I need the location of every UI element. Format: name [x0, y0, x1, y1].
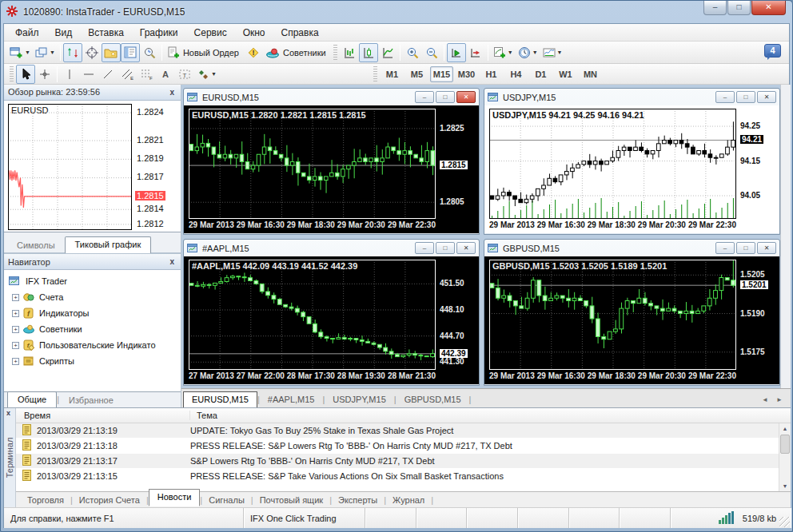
terminal-tab-5[interactable]: Эксперты: [332, 494, 384, 506]
menu-item-2[interactable]: Вставка: [80, 25, 132, 41]
navigator-item-2[interactable]: +Советники: [6, 321, 179, 337]
chart-window-gbpusdm15[interactable]: GBPUSD,M15–□✕GBPUSD,M15 1.5203 1.5205 1.…: [484, 239, 780, 386]
chart-tab-1[interactable]: #AAPL,M15: [260, 392, 323, 407]
news-row[interactable]: 2013/03/29 21:13:18PRESS RELEASE: S&P Lo…: [16, 439, 779, 454]
dropdown-arrow-icon[interactable]: ▼: [532, 50, 538, 55]
timeframe-mn-button[interactable]: MN: [579, 66, 602, 82]
expand-icon[interactable]: +: [12, 310, 19, 317]
market-watch-tab-1[interactable]: Тиковый график: [65, 236, 152, 253]
trendline-tool-button[interactable]: [98, 65, 118, 84]
resize-grip[interactable]: [779, 517, 790, 527]
bar-chart-button[interactable]: [340, 43, 359, 62]
news-row[interactable]: 2013/03/29 21:13:15PRESS RELEASE: S&P Ta…: [16, 469, 779, 484]
scroll-thumb[interactable]: [780, 435, 790, 454]
expand-icon[interactable]: +: [12, 342, 19, 349]
text-tool-button[interactable]: A: [156, 65, 175, 84]
navigator-item-3[interactable]: +fПользовательские Индикато: [6, 337, 179, 353]
line-chart-button[interactable]: [378, 43, 397, 62]
terminal-tab-6[interactable]: Журнал: [386, 494, 431, 506]
chart-close-button[interactable]: ✕: [757, 91, 776, 103]
timeframe-h1-button[interactable]: H1: [480, 66, 503, 82]
navigator-tab-0[interactable]: Общие: [7, 391, 57, 408]
navigator-tab-1[interactable]: Избранное: [59, 393, 123, 407]
restore-button[interactable]: □: [727, 1, 751, 15]
chart-minimize-button[interactable]: –: [415, 242, 434, 254]
new-chart-button[interactable]: ▼: [7, 43, 33, 62]
chart-window-usdjpym15[interactable]: USDJPY,M15–□✕USDJPY,M15 94.21 94.25 94.1…: [484, 88, 780, 235]
close-button[interactable]: ✕: [751, 1, 786, 15]
dropdown-arrow-icon[interactable]: ▼: [25, 50, 30, 55]
dropdown-arrow-icon[interactable]: ▼: [211, 71, 217, 77]
equidistant-channel-tool-button[interactable]: E: [118, 65, 137, 84]
toolbar-grip[interactable]: [373, 66, 377, 82]
dropdown-arrow-icon[interactable]: ▼: [50, 50, 55, 55]
terminal-button[interactable]: [121, 43, 140, 62]
title-bar[interactable]: 1020890: InstaTrader - EURUSD,M15 – □ ✕: [1, 1, 792, 23]
chart-window-eurusdm15[interactable]: EURUSD,M15–□✕EURUSD,M15 1.2820 1.2821 1.…: [183, 88, 480, 235]
dropdown-arrow-icon[interactable]: ▼: [508, 50, 513, 55]
profiles-button[interactable]: ▼: [33, 43, 58, 62]
expand-icon[interactable]: +: [12, 294, 19, 301]
navigator-item-1[interactable]: +fИндикаторы: [6, 305, 179, 321]
timeframe-d1-button[interactable]: D1: [529, 66, 552, 82]
market-watch-button[interactable]: [63, 43, 82, 62]
menu-item-0[interactable]: Файл: [7, 25, 47, 41]
terminal-tab-3[interactable]: Сигналы: [202, 494, 251, 506]
chart-area[interactable]: EURUSD,M15 1.2820 1.2821 1.2815 1.28151.…: [184, 105, 479, 233]
vertical-line-tool-button[interactable]: [60, 65, 79, 84]
chart-tab-0[interactable]: EURUSD,M15: [183, 391, 257, 407]
strategy-tester-button[interactable]: [140, 43, 159, 62]
chart-close-button[interactable]: ✕: [456, 91, 476, 103]
market-watch-close-icon[interactable]: x: [167, 88, 177, 97]
navigator-item-4[interactable]: +Скрипты: [6, 353, 179, 369]
indicators-button[interactable]: ▼: [491, 43, 516, 62]
menu-item-4[interactable]: Сервис: [186, 25, 235, 41]
data-window-button[interactable]: [82, 43, 102, 62]
templates-button[interactable]: ▼: [540, 43, 565, 62]
news-row[interactable]: 2013/03/29 21:13:19UPDATE: Tokyo Gas To …: [16, 423, 779, 439]
terminal-tab-0[interactable]: Торговля: [21, 494, 70, 506]
alert-button[interactable]: !: [244, 43, 263, 62]
chart-area[interactable]: #AAPL,M15 442.09 443.19 441.52 442.39451…: [184, 256, 479, 384]
chat-badge[interactable]: 4: [764, 44, 781, 58]
chart-close-button[interactable]: ✕: [456, 242, 476, 254]
timeframe-h4-button[interactable]: H4: [504, 66, 528, 82]
fibonacci-tool-button[interactable]: F: [137, 65, 156, 84]
horizontal-line-tool-button[interactable]: [79, 65, 98, 84]
navigator-root-item[interactable]: IFX Trader: [6, 273, 179, 289]
menu-item-6[interactable]: Справка: [273, 25, 327, 41]
periods-button[interactable]: ▼: [516, 43, 540, 62]
expand-icon[interactable]: +: [12, 358, 19, 365]
workspace-vertical-scrollbar[interactable]: [780, 85, 791, 388]
dropdown-arrow-icon[interactable]: ▼: [557, 50, 563, 55]
text-label-tool-button[interactable]: T: [175, 65, 194, 84]
navigator-button[interactable]: [102, 43, 121, 62]
auto-scroll-button[interactable]: [447, 43, 466, 62]
menu-item-1[interactable]: Вид: [47, 25, 81, 41]
chart-minimize-button[interactable]: –: [715, 91, 735, 103]
timeframe-m5-button[interactable]: M5: [405, 66, 428, 82]
chart-window-aaplm15[interactable]: #AAPL,M15–□✕#AAPL,M15 442.09 443.19 441.…: [183, 239, 480, 386]
zoom-in-button[interactable]: [403, 43, 422, 62]
chart-tab-3[interactable]: GBPUSD,M15: [396, 392, 469, 407]
menu-item-5[interactable]: Окно: [235, 25, 273, 41]
terminal-tab-2[interactable]: Новости: [149, 489, 201, 506]
chart-restore-button[interactable]: □: [736, 242, 755, 254]
chart-shift-button[interactable]: [466, 43, 485, 62]
chart-tab-2[interactable]: USDJPY,M15: [325, 392, 393, 407]
expert-advisors-button[interactable]: Советники: [263, 43, 331, 62]
chart-window-titlebar[interactable]: USDJPY,M15–□✕: [484, 89, 779, 105]
cursor-tool-button[interactable]: [16, 65, 35, 84]
scroll-up-icon[interactable]: ▲: [779, 423, 791, 434]
tick-chart[interactable]: EURUSD 1.28241.28211.28191.28171.28151.2…: [4, 101, 181, 232]
scroll-down-icon[interactable]: ▼: [779, 481, 791, 491]
chart-minimize-button[interactable]: –: [715, 242, 735, 254]
chart-window-titlebar[interactable]: GBPUSD,M15–□✕: [484, 240, 779, 256]
terminal-close-icon[interactable]: x: [6, 409, 10, 417]
crosshair-tool-button[interactable]: [35, 65, 54, 84]
new-order-button[interactable]: Новый Ордер: [165, 43, 244, 62]
navigator-close-icon[interactable]: x: [167, 257, 177, 266]
market-watch-tab-0[interactable]: Символы: [7, 238, 65, 252]
navigator-item-0[interactable]: +Счета: [6, 289, 179, 305]
toolbar-grip[interactable]: [333, 45, 337, 61]
